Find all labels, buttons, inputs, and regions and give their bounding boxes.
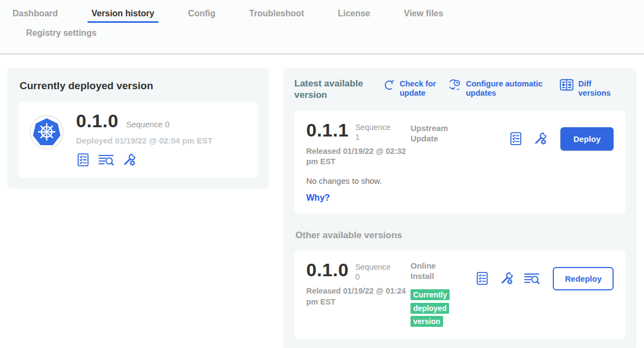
latest-released-timestamp: Released 01/19/22 @ 02:32 pm EST (306, 146, 408, 167)
configure-automatic-updates-label: Configure automatic updates (466, 79, 554, 98)
diff-versions-label: Diff versions (578, 79, 626, 98)
tab-registry-settings[interactable]: Registry settings (26, 28, 97, 45)
tab-dashboard[interactable]: Dashboard (12, 9, 58, 25)
other-released-timestamp: Released 01/19/22 @ 01:24 pm EST (306, 286, 408, 307)
top-navigation: Dashboard Version history Config Trouble… (0, 0, 644, 54)
latest-version-card: 0.1.1 Sequence 1 Released 01/19/22 @ 02:… (294, 111, 626, 214)
no-changes-note: No changes to show. (306, 176, 411, 185)
deployed-timestamp: Deployed 01/19/22 @ 02:04 pm EST (76, 136, 212, 145)
latest-version-number: 0.1.1 (306, 121, 349, 142)
latest-version-source: Upstream Update (411, 123, 460, 144)
redeploy-button[interactable]: Redeploy (553, 267, 614, 290)
schedule-update-icon (450, 79, 462, 91)
kubernetes-logo-icon (29, 115, 64, 150)
tab-troubleshoot[interactable]: Troubleshoot (249, 9, 304, 25)
config-wrench-icon[interactable] (122, 153, 136, 167)
main-content: Currently deployed version 0.1.0 Sequenc… (0, 54, 644, 348)
currently-deployed-panel: Currently deployed version 0.1.0 Sequenc… (8, 68, 269, 189)
deployed-version-card: 0.1.0 Sequence 0 Deployed 01/19/22 @ 02:… (18, 102, 258, 178)
tab-view-files[interactable]: View files (404, 9, 444, 25)
configure-automatic-updates-link[interactable]: Configure automatic updates (450, 79, 554, 98)
tab-config[interactable]: Config (188, 9, 216, 25)
deploy-logs-icon[interactable] (98, 153, 115, 167)
other-version-card: 0.1.0 Sequence 0 Released 01/19/22 @ 01:… (294, 251, 626, 339)
tab-version-history[interactable]: Version history (92, 9, 155, 25)
deploy-button[interactable]: Deploy (560, 127, 614, 151)
currently-deployed-title: Currently deployed version (20, 80, 258, 92)
nav-row-primary: Dashboard Version history Config Trouble… (0, 9, 644, 25)
config-wrench-icon[interactable] (499, 271, 514, 285)
latest-available-title: Latest available version (294, 78, 369, 101)
diff-icon (559, 79, 574, 91)
preflight-checks-icon[interactable] (475, 271, 490, 285)
preflight-checks-icon[interactable] (508, 132, 523, 146)
nav-row-secondary: Registry settings (0, 25, 644, 53)
other-version-number: 0.1.0 (306, 260, 349, 282)
tab-license[interactable]: License (338, 9, 370, 25)
deployed-version-number: 0.1.0 (76, 110, 118, 132)
preflight-checks-icon[interactable] (76, 153, 90, 167)
deployed-sequence-label: Sequence 0 (126, 120, 169, 129)
refresh-icon (383, 79, 395, 91)
config-wrench-icon[interactable] (533, 132, 548, 146)
diff-versions-link[interactable]: Diff versions (559, 79, 626, 98)
version-history-panel: Latest available version Check for updat… (283, 68, 636, 348)
deploy-logs-icon[interactable] (523, 272, 540, 285)
other-sequence-label: Sequence 0 (355, 260, 395, 282)
currently-deployed-badge: Currently deployed version (411, 289, 450, 327)
other-version-source: Online Install (411, 260, 460, 282)
deployed-version-details: 0.1.0 Sequence 0 Deployed 01/19/22 @ 02:… (76, 110, 212, 167)
other-available-versions-title: Other available versions (295, 230, 626, 241)
why-link[interactable]: Why? (306, 193, 411, 203)
check-for-update-label: Check for update (400, 79, 444, 98)
check-for-update-link[interactable]: Check for update (383, 79, 444, 98)
latest-sequence-label: Sequence 1 (355, 121, 395, 142)
